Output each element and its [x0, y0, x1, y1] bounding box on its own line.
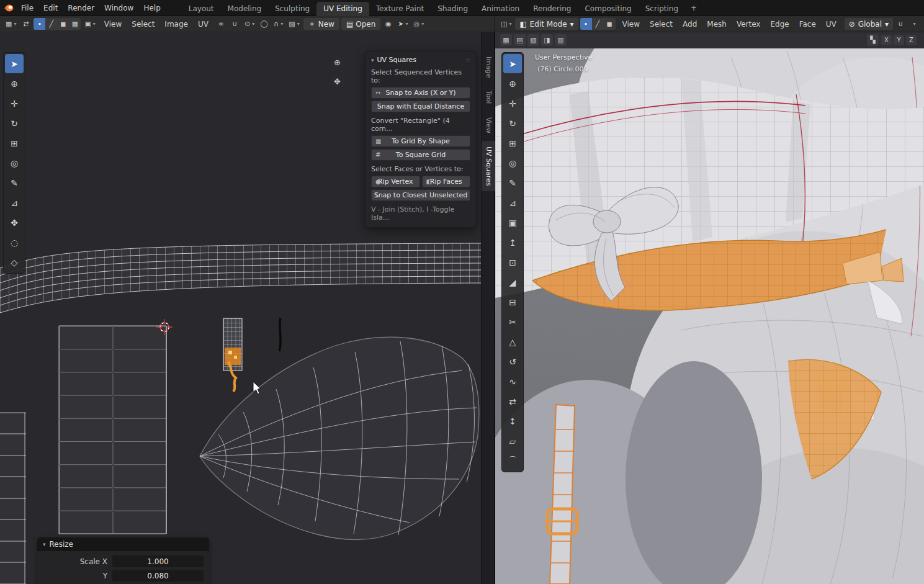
v3d-menu-select[interactable]: Select	[645, 18, 678, 30]
v3d-edge-slide-tool[interactable]: ⇄	[503, 392, 522, 411]
snap-closest-unselected-button[interactable]: ∷ Snap to Closest Unselected	[371, 189, 470, 201]
panel-grip-icon[interactable]: ∷	[466, 57, 470, 63]
proportional-options-icon[interactable]: ◨	[541, 34, 553, 46]
zoom-gizmo-icon[interactable]: ⊕	[330, 55, 344, 70]
add-workspace-button[interactable]: +	[685, 2, 702, 14]
uv-squares-panel-header[interactable]: ▾ UV Squares ∷	[371, 56, 470, 64]
v3d-poly-build-tool[interactable]: △	[503, 332, 522, 351]
uv-sync-selection-icon[interactable]: ⇄	[20, 18, 32, 30]
uv-cursor-tool[interactable]: ⊕	[5, 74, 24, 93]
v3d-rip-region-tool[interactable]: ⌒	[503, 451, 522, 470]
menu-edit[interactable]: Edit	[38, 2, 63, 14]
uv-select-face-icon[interactable]: ◼	[57, 18, 69, 30]
v3d-annotate-tool[interactable]: ✎	[503, 173, 522, 192]
uv-menu-select[interactable]: Select	[127, 18, 159, 30]
uv-rotate-tool[interactable]: ↻	[5, 114, 24, 133]
image-link-icon[interactable]: ∞	[215, 18, 227, 30]
select-mode-vertex-icon[interactable]: ∙	[580, 18, 592, 30]
snap-magnet-3d-icon[interactable]: ∪	[895, 18, 907, 30]
uv-tweak-select-tool[interactable]: ➤	[5, 54, 24, 73]
resize-panel-header[interactable]: ▾ Resize	[37, 537, 209, 551]
mirror-icon[interactable]: ▚	[867, 34, 879, 46]
v3d-extrude-region-tool[interactable]: ↥	[503, 233, 522, 252]
workspace-tab-modeling[interactable]: Modeling	[221, 2, 269, 16]
v3d-menu-mesh[interactable]: Mesh	[702, 18, 732, 30]
v3d-spin-tool[interactable]: ↺	[503, 352, 522, 371]
uv-menu-image[interactable]: Image	[159, 18, 193, 30]
v3d-measure-tool[interactable]: ⊿	[503, 193, 522, 212]
blender-logo-icon[interactable]	[0, 4, 16, 12]
region-tab-uv-squares[interactable]: UV Squares	[482, 141, 495, 192]
v3d-menu-uv[interactable]: UV	[821, 18, 841, 30]
uv-transform-tool[interactable]: ◎	[5, 153, 24, 173]
uv-scale-tool[interactable]: ⊞	[5, 133, 24, 153]
editor-type-dropdown[interactable]: ▦▾	[4, 18, 18, 30]
mode-dropdown[interactable]: ◧Edit Mode▾	[515, 18, 578, 30]
snap-equal-distance-button[interactable]: ⋮ Snap with Equal Distance	[371, 101, 470, 112]
select-mode-edge-icon[interactable]: ╱	[592, 18, 604, 30]
transform-orientation-dropdown[interactable]: ⊘Global▾	[845, 18, 893, 30]
value-field[interactable]: 0.080	[112, 570, 204, 582]
select-mode-face-icon[interactable]: ◼	[604, 18, 616, 30]
image-browse-dropdown[interactable]: ▨▾	[287, 18, 301, 30]
workspace-tab-shading[interactable]: Shading	[431, 2, 475, 16]
pin-image-icon[interactable]: ◉	[382, 18, 394, 30]
viewport-3d-canvas[interactable]	[495, 32, 924, 584]
v3d-knife-tool[interactable]: ✂	[503, 312, 522, 331]
uv-island-selected-strip[interactable]	[223, 318, 242, 392]
transform-pivot-icon[interactable]: ▤	[514, 34, 526, 46]
v3d-shrink-fatten-tool[interactable]: ↕	[503, 411, 522, 431]
uv-select-vertex-icon[interactable]: ∙	[34, 18, 45, 30]
menu-file[interactable]: File	[16, 2, 38, 14]
v3d-loop-cut-tool[interactable]: ⊟	[503, 292, 522, 312]
rip-faces-button[interactable]: ◧ Rip Faces	[422, 176, 471, 187]
snap-target-dropdown[interactable]: ⊙▾	[243, 18, 256, 30]
region-tab-view[interactable]: View	[482, 112, 495, 139]
workspace-tab-layout[interactable]: Layout	[182, 2, 221, 16]
uv-move-tool[interactable]: ✛	[5, 94, 24, 113]
proportional-falloff-dropdown[interactable]: ∩▾	[272, 18, 285, 30]
uv-island-grid[interactable]	[59, 326, 166, 534]
mirror-toggle-x[interactable]: X	[881, 35, 892, 45]
uv-menu-uv[interactable]: UV	[193, 18, 213, 30]
uv-annotate-tool[interactable]: ✎	[5, 173, 24, 192]
v3d-inset-faces-tool[interactable]: ⊡	[503, 253, 522, 272]
region-tab-tool[interactable]: Tool	[482, 85, 495, 109]
uv-pinch-tool[interactable]: ◇	[5, 253, 24, 272]
workspace-tab-animation[interactable]: Animation	[475, 2, 526, 16]
rip-vertex-button[interactable]: ● Rip Vertex	[371, 176, 420, 187]
v3d-menu-add[interactable]: Add	[678, 18, 702, 30]
v3d-transform-tool[interactable]: ◎	[503, 153, 522, 173]
active-tool-icon[interactable]: ▦	[500, 34, 512, 46]
v3d-bevel-tool[interactable]: ◢	[503, 272, 522, 292]
workspace-tab-rendering[interactable]: Rendering	[526, 2, 578, 16]
uv-relax-tool[interactable]: ◌	[5, 233, 24, 252]
workspace-tab-texture-paint[interactable]: Texture Paint	[369, 2, 431, 16]
overlays-dropdown[interactable]: ◎▾	[412, 18, 426, 30]
v3d-add-cube-tool[interactable]: ▣	[503, 213, 522, 232]
uv-menu-view[interactable]: View	[99, 18, 127, 30]
value-field[interactable]: 1.000	[112, 555, 204, 567]
uv-select-island-icon[interactable]: ▦	[69, 18, 81, 30]
workspace-tab-compositing[interactable]: Compositing	[578, 2, 638, 16]
workspace-tab-sculpting[interactable]: Sculpting	[268, 2, 316, 16]
pan-gizmo-icon[interactable]: ✥	[330, 74, 344, 89]
gizmos-dropdown[interactable]: ➤▾	[396, 18, 410, 30]
mirror-toggle-z[interactable]: Z	[906, 35, 917, 45]
uv-island-band[interactable]	[0, 243, 481, 313]
menu-window[interactable]: Window	[99, 2, 138, 14]
v3d-shear-tool[interactable]: ▱	[503, 431, 522, 451]
region-tab-image[interactable]: Image	[482, 51, 495, 83]
mirror-toggle-y[interactable]: Y	[894, 35, 904, 45]
proportional-editing-icon[interactable]: ◯	[258, 18, 270, 30]
v3d-smooth-tool[interactable]: ∿	[503, 372, 522, 391]
v3d-menu-view[interactable]: View	[617, 18, 645, 30]
v3d-menu-vertex[interactable]: Vertex	[732, 18, 766, 30]
v3d-rotate-tool[interactable]: ↻	[503, 114, 522, 133]
uv-select-edge-icon[interactable]: ╱	[45, 18, 57, 30]
menu-render[interactable]: Render	[63, 2, 99, 14]
editor-type-3d-dropdown[interactable]: ◫▾	[499, 18, 513, 30]
v3d-menu-face[interactable]: Face	[794, 18, 821, 30]
sticky-selection-dropdown[interactable]: ▣▾	[83, 18, 97, 30]
v3d-move-tool[interactable]: ✛	[503, 94, 522, 113]
